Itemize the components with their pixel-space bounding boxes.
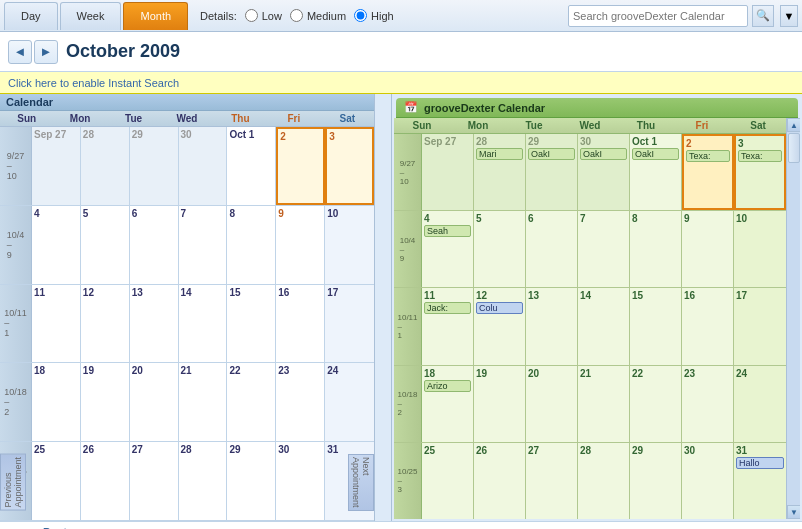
day-oct13[interactable]: 13 (130, 285, 179, 363)
day-oct3[interactable]: 3 (325, 127, 374, 205)
day-oct18[interactable]: 18 (32, 363, 81, 441)
gd-day-oct13[interactable]: 13 (526, 288, 578, 364)
day-oct11[interactable]: 11 (32, 285, 81, 363)
day-oct14[interactable]: 14 (179, 285, 228, 363)
event-arizo[interactable]: Arizo (424, 380, 471, 392)
day-oct28[interactable]: 28 (179, 442, 228, 520)
gd-day-oct31[interactable]: 31Hallo (734, 443, 786, 519)
detail-low[interactable]: Low (245, 9, 282, 22)
detail-medium[interactable]: Medium (290, 9, 346, 22)
gd-day-oct23[interactable]: 23 (682, 366, 734, 442)
gd-day-oct24[interactable]: 24 (734, 366, 786, 442)
event-oakl-oct1[interactable]: OakI (632, 148, 679, 160)
day-oct1[interactable]: Oct 1 (227, 127, 276, 205)
gd-day-oct16[interactable]: 16 (682, 288, 734, 364)
day-oct12[interactable]: 12 (81, 285, 130, 363)
prev-appointment-button[interactable]: Previous Appointment (0, 454, 26, 511)
gd-day-sep30[interactable]: 30OakI (578, 134, 630, 210)
gd-day-oct7[interactable]: 7 (578, 211, 630, 287)
gd-day-oct6[interactable]: 6 (526, 211, 578, 287)
expand-search-button[interactable]: ▼ (780, 5, 798, 27)
day-oct9[interactable]: 9 (276, 206, 325, 284)
gd-day-oct10[interactable]: 10 (734, 211, 786, 287)
event-oakl-30[interactable]: OakI (580, 148, 627, 160)
event-texa-2[interactable]: Texa: (686, 150, 730, 162)
gd-day-oct11[interactable]: 11Jack: (422, 288, 474, 364)
gd-day-oct20[interactable]: 20 (526, 366, 578, 442)
event-mari[interactable]: Mari (476, 148, 523, 160)
gd-day-oct12[interactable]: 12Colu (474, 288, 526, 364)
detail-high[interactable]: High (354, 9, 394, 22)
tab-week[interactable]: Week (60, 2, 122, 30)
tab-month[interactable]: Month (123, 2, 188, 30)
prev-month-button[interactable]: ◄ (8, 40, 32, 64)
gd-day-oct30[interactable]: 30 (682, 443, 734, 519)
search-button[interactable]: 🔍 (752, 5, 774, 27)
day-sep29[interactable]: 29 (130, 127, 179, 205)
day-oct16[interactable]: 16 (276, 285, 325, 363)
gd-day-oct27[interactable]: 27 (526, 443, 578, 519)
gd-header-tue: Tue (506, 118, 562, 133)
day-oct23[interactable]: 23 (276, 363, 325, 441)
event-colu[interactable]: Colu (476, 302, 523, 314)
event-seah[interactable]: Seah (424, 225, 471, 237)
day-oct27[interactable]: 27 (130, 442, 179, 520)
day-oct4[interactable]: 4 (32, 206, 81, 284)
search-input[interactable] (568, 5, 748, 27)
gd-day-oct22[interactable]: 22 (630, 366, 682, 442)
gd-day-oct9[interactable]: 9 (682, 211, 734, 287)
day-oct2[interactable]: 2 (276, 127, 325, 205)
gd-day-oct21[interactable]: 21 (578, 366, 630, 442)
gd-day-oct18[interactable]: 18Arizo (422, 366, 474, 442)
next-appointment-button[interactable]: Next Appointment (348, 454, 374, 511)
event-texa-3[interactable]: Texa: (738, 150, 782, 162)
gd-day-sep27[interactable]: Sep 27 (422, 134, 474, 210)
day-oct26[interactable]: 26 (81, 442, 130, 520)
event-oakl-29[interactable]: OakI (528, 148, 575, 160)
left-scroll-arrow[interactable] (375, 94, 391, 521)
gd-day-oct28[interactable]: 28 (578, 443, 630, 519)
day-sep28[interactable]: 28 (81, 127, 130, 205)
gd-day-oct5[interactable]: 5 (474, 211, 526, 287)
gd-day-oct19[interactable]: 19 (474, 366, 526, 442)
day-oct25[interactable]: 25 (32, 442, 81, 520)
day-oct19[interactable]: 19 (81, 363, 130, 441)
event-hallo[interactable]: Hallo (736, 457, 784, 469)
day-oct6[interactable]: 6 (130, 206, 179, 284)
gd-day-oct3[interactable]: 3Texa: (734, 134, 786, 210)
gd-day-oct25[interactable]: 25 (422, 443, 474, 519)
day-sep30[interactable]: 30 (179, 127, 228, 205)
gd-day-oct4[interactable]: 4Seah (422, 211, 474, 287)
gd-day-oct15[interactable]: 15 (630, 288, 682, 364)
day-oct22[interactable]: 22 (227, 363, 276, 441)
day-oct21[interactable]: 21 (179, 363, 228, 441)
scroll-up-arrow[interactable]: ▲ (787, 118, 800, 132)
gd-day-oct29[interactable]: 29 (630, 443, 682, 519)
gd-day-oct1[interactable]: Oct 1OakI (630, 134, 682, 210)
day-oct20[interactable]: 20 (130, 363, 179, 441)
day-sep27[interactable]: Sep 27 (32, 127, 81, 205)
gd-day-oct26[interactable]: 26 (474, 443, 526, 519)
gd-day-oct2[interactable]: 2Texa: (682, 134, 734, 210)
day-oct8[interactable]: 8 (227, 206, 276, 284)
day-oct24[interactable]: 24 (325, 363, 374, 441)
tab-day[interactable]: Day (4, 2, 58, 30)
gd-day-sep28[interactable]: 28Mari (474, 134, 526, 210)
gd-day-oct14[interactable]: 14 (578, 288, 630, 364)
day-oct15[interactable]: 15 (227, 285, 276, 363)
next-month-button[interactable]: ► (34, 40, 58, 64)
instant-search-bar[interactable]: Click here to enable Instant Search (0, 72, 802, 94)
gd-day-oct8[interactable]: 8 (630, 211, 682, 287)
scroll-down-arrow[interactable]: ▼ (787, 505, 800, 519)
scroll-track[interactable] (787, 132, 800, 505)
day-oct10[interactable]: 10 (325, 206, 374, 284)
scroll-thumb[interactable] (788, 133, 800, 163)
gd-day-sep29[interactable]: 29OakI (526, 134, 578, 210)
day-oct7[interactable]: 7 (179, 206, 228, 284)
event-jack[interactable]: Jack: (424, 302, 471, 314)
gd-day-oct17[interactable]: 17 (734, 288, 786, 364)
day-oct30[interactable]: 30 (276, 442, 325, 520)
day-oct29[interactable]: 29 (227, 442, 276, 520)
day-oct5[interactable]: 5 (81, 206, 130, 284)
day-oct17[interactable]: 17 (325, 285, 374, 363)
